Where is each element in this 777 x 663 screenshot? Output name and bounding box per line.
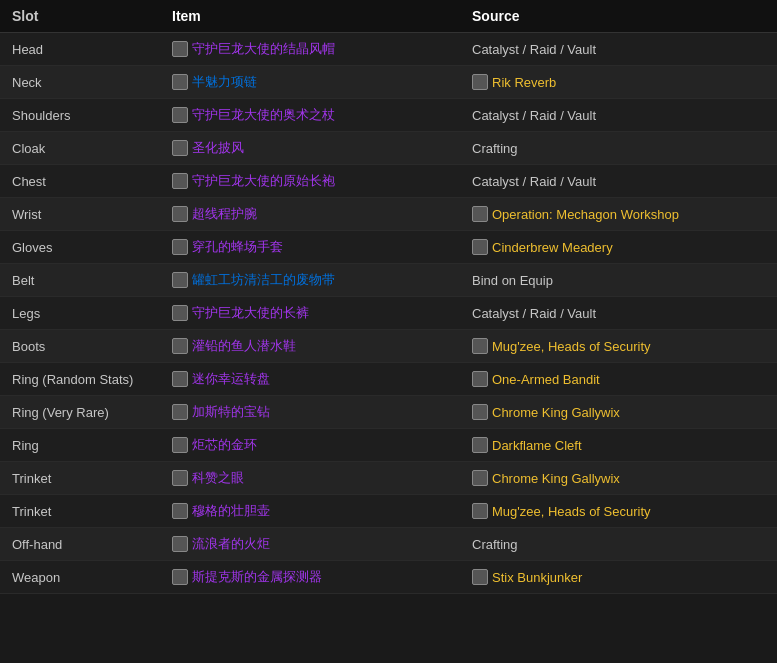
item-name[interactable]: 加斯特的宝钻 bbox=[192, 403, 270, 421]
item-name[interactable]: 穿孔的蜂场手套 bbox=[192, 238, 283, 256]
source-link[interactable]: One-Armed Bandit bbox=[492, 372, 600, 387]
source-text: Catalyst / Raid / Vault bbox=[472, 42, 596, 57]
item-icon bbox=[172, 371, 188, 387]
table-row: Gloves穿孔的蜂场手套Cinderbrew Meadery bbox=[0, 231, 777, 264]
item-cell[interactable]: 流浪者的火炬 bbox=[160, 528, 460, 561]
table-row: Shoulders守护巨龙大使的奥术之杖Catalyst / Raid / Va… bbox=[0, 99, 777, 132]
table-row: Chest守护巨龙大使的原始长袍Catalyst / Raid / Vault bbox=[0, 165, 777, 198]
item-cell[interactable]: 迷你幸运转盘 bbox=[160, 363, 460, 396]
source-cell: Bind on Equip bbox=[460, 264, 777, 297]
item-cell[interactable]: 灌铅的鱼人潜水鞋 bbox=[160, 330, 460, 363]
item-name[interactable]: 迷你幸运转盘 bbox=[192, 370, 270, 388]
source-cell: Crafting bbox=[460, 528, 777, 561]
source-link[interactable]: Cinderbrew Meadery bbox=[492, 240, 613, 255]
source-icon bbox=[472, 404, 488, 420]
item-name[interactable]: 圣化披风 bbox=[192, 139, 244, 157]
source-icon bbox=[472, 74, 488, 90]
source-link[interactable]: Operation: Mechagon Workshop bbox=[492, 207, 679, 222]
item-cell[interactable]: 守护巨龙大使的结晶风帽 bbox=[160, 33, 460, 66]
source-text: Crafting bbox=[472, 537, 518, 552]
item-icon bbox=[172, 107, 188, 123]
source-text: Catalyst / Raid / Vault bbox=[472, 174, 596, 189]
item-cell[interactable]: 半魅力项链 bbox=[160, 66, 460, 99]
source-cell: Catalyst / Raid / Vault bbox=[460, 99, 777, 132]
item-cell[interactable]: 守护巨龙大使的长裤 bbox=[160, 297, 460, 330]
item-cell[interactable]: 穿孔的蜂场手套 bbox=[160, 231, 460, 264]
item-name[interactable]: 穆格的壮胆壶 bbox=[192, 502, 270, 520]
table-row: Wrist超线程护腕Operation: Mechagon Workshop bbox=[0, 198, 777, 231]
item-name[interactable]: 守护巨龙大使的奥术之杖 bbox=[192, 106, 335, 124]
table-row: Trinket科赞之眼Chrome King Gallywix bbox=[0, 462, 777, 495]
table-row: Belt罐虹工坊清洁工的废物带Bind on Equip bbox=[0, 264, 777, 297]
item-cell[interactable]: 守护巨龙大使的原始长袍 bbox=[160, 165, 460, 198]
item-cell[interactable]: 罐虹工坊清洁工的废物带 bbox=[160, 264, 460, 297]
item-name[interactable]: 守护巨龙大使的原始长袍 bbox=[192, 172, 335, 190]
slot-cell: Shoulders bbox=[0, 99, 160, 132]
item-name[interactable]: 炬芯的金环 bbox=[192, 436, 257, 454]
slot-cell: Chest bbox=[0, 165, 160, 198]
item-name[interactable]: 斯提克斯的金属探测器 bbox=[192, 568, 322, 586]
item-cell[interactable]: 守护巨龙大使的奥术之杖 bbox=[160, 99, 460, 132]
item-icon bbox=[172, 173, 188, 189]
table-row: Ring (Random Stats)迷你幸运转盘One-Armed Bandi… bbox=[0, 363, 777, 396]
item-name[interactable]: 守护巨龙大使的长裤 bbox=[192, 304, 309, 322]
source-link[interactable]: Chrome King Gallywix bbox=[492, 405, 620, 420]
source-text: Bind on Equip bbox=[472, 273, 553, 288]
item-name[interactable]: 守护巨龙大使的结晶风帽 bbox=[192, 40, 335, 58]
item-name[interactable]: 科赞之眼 bbox=[192, 469, 244, 487]
source-cell[interactable]: Operation: Mechagon Workshop bbox=[460, 198, 777, 231]
table-row: Boots灌铅的鱼人潜水鞋Mug'zee, Heads of Security bbox=[0, 330, 777, 363]
table-row: Legs守护巨龙大使的长裤Catalyst / Raid / Vault bbox=[0, 297, 777, 330]
item-name[interactable]: 流浪者的火炬 bbox=[192, 535, 270, 553]
item-cell[interactable]: 炬芯的金环 bbox=[160, 429, 460, 462]
source-cell: Catalyst / Raid / Vault bbox=[460, 33, 777, 66]
source-cell[interactable]: Darkflame Cleft bbox=[460, 429, 777, 462]
item-cell[interactable]: 圣化披风 bbox=[160, 132, 460, 165]
source-icon bbox=[472, 371, 488, 387]
slot-cell: Belt bbox=[0, 264, 160, 297]
item-name[interactable]: 半魅力项链 bbox=[192, 73, 257, 91]
item-name[interactable]: 罐虹工坊清洁工的废物带 bbox=[192, 271, 335, 289]
slot-cell: Cloak bbox=[0, 132, 160, 165]
source-cell[interactable]: Cinderbrew Meadery bbox=[460, 231, 777, 264]
header-item: Item bbox=[160, 0, 460, 33]
item-icon bbox=[172, 503, 188, 519]
item-name[interactable]: 超线程护腕 bbox=[192, 205, 257, 223]
slot-cell: Off-hand bbox=[0, 528, 160, 561]
header-slot: Slot bbox=[0, 0, 160, 33]
source-link[interactable]: Chrome King Gallywix bbox=[492, 471, 620, 486]
source-link[interactable]: Mug'zee, Heads of Security bbox=[492, 339, 651, 354]
item-icon bbox=[172, 536, 188, 552]
table-row: Neck半魅力项链Rik Reverb bbox=[0, 66, 777, 99]
source-cell[interactable]: Mug'zee, Heads of Security bbox=[460, 495, 777, 528]
item-icon bbox=[172, 41, 188, 57]
source-link[interactable]: Rik Reverb bbox=[492, 75, 556, 90]
source-link[interactable]: Darkflame Cleft bbox=[492, 438, 582, 453]
source-cell[interactable]: Chrome King Gallywix bbox=[460, 396, 777, 429]
item-icon bbox=[172, 206, 188, 222]
source-text: Crafting bbox=[472, 141, 518, 156]
item-cell[interactable]: 科赞之眼 bbox=[160, 462, 460, 495]
source-icon bbox=[472, 470, 488, 486]
item-icon bbox=[172, 272, 188, 288]
source-link[interactable]: Mug'zee, Heads of Security bbox=[492, 504, 651, 519]
header-source: Source bbox=[460, 0, 777, 33]
source-cell[interactable]: Chrome King Gallywix bbox=[460, 462, 777, 495]
slot-cell: Ring bbox=[0, 429, 160, 462]
table-row: Ring炬芯的金环Darkflame Cleft bbox=[0, 429, 777, 462]
item-cell[interactable]: 穆格的壮胆壶 bbox=[160, 495, 460, 528]
source-cell[interactable]: Rik Reverb bbox=[460, 66, 777, 99]
item-icon bbox=[172, 305, 188, 321]
item-cell[interactable]: 超线程护腕 bbox=[160, 198, 460, 231]
item-icon bbox=[172, 338, 188, 354]
item-icon bbox=[172, 239, 188, 255]
item-icon bbox=[172, 470, 188, 486]
source-cell[interactable]: Mug'zee, Heads of Security bbox=[460, 330, 777, 363]
item-name[interactable]: 灌铅的鱼人潜水鞋 bbox=[192, 337, 296, 355]
table-row: Ring (Very Rare)加斯特的宝钻Chrome King Gallyw… bbox=[0, 396, 777, 429]
source-cell[interactable]: One-Armed Bandit bbox=[460, 363, 777, 396]
item-cell[interactable]: 斯提克斯的金属探测器 bbox=[160, 561, 460, 594]
item-cell[interactable]: 加斯特的宝钻 bbox=[160, 396, 460, 429]
source-cell[interactable]: Stix Bunkjunker bbox=[460, 561, 777, 594]
source-link[interactable]: Stix Bunkjunker bbox=[492, 570, 582, 585]
